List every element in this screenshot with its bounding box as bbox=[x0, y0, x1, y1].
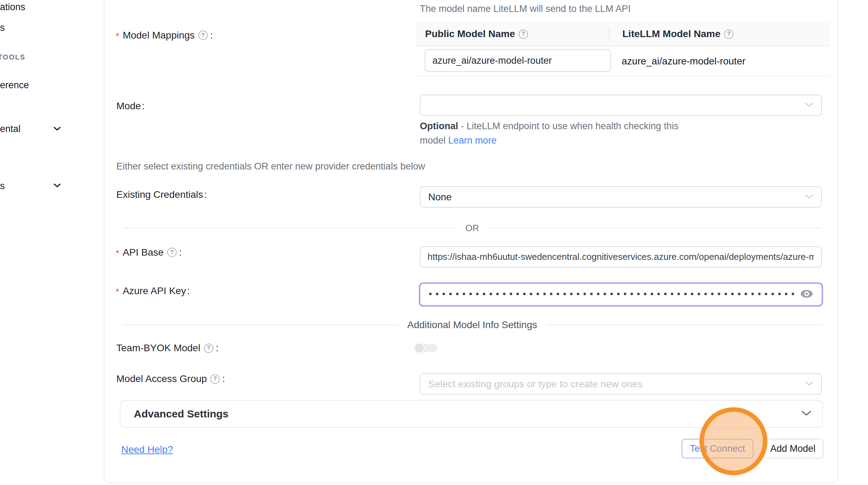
or-divider-label: OR bbox=[465, 223, 479, 234]
column-divider bbox=[609, 27, 610, 41]
credentials-instruction-text: Either select existing credentials OR en… bbox=[116, 161, 425, 172]
mode-label: Mode : bbox=[116, 101, 145, 112]
azure-api-key-label: * Azure API Key : bbox=[116, 284, 190, 297]
azure-api-key-input[interactable] bbox=[420, 284, 797, 305]
add-model-button[interactable]: Add Model bbox=[762, 439, 823, 458]
eye-icon[interactable] bbox=[800, 289, 813, 300]
public-model-name-input-wrap bbox=[425, 49, 611, 72]
need-help-link[interactable]: Need Help? bbox=[121, 444, 173, 455]
azure-api-key-input-wrap bbox=[419, 283, 823, 306]
sidebar-section-tools: TOOLS bbox=[0, 53, 26, 61]
help-circle-icon[interactable]: ? bbox=[204, 344, 213, 353]
test-connect-button[interactable]: Test Connect bbox=[682, 439, 753, 458]
api-base-input-wrap bbox=[420, 246, 822, 268]
model-access-group-label: Model Access Group ? : bbox=[116, 373, 225, 384]
advanced-settings-panel[interactable]: Advanced Settings bbox=[120, 400, 823, 428]
additional-model-info-label: Additional Model Info Settings bbox=[407, 319, 537, 331]
sidebar-item-clipped-4[interactable]: ental bbox=[0, 124, 21, 134]
model-name-helper-text: The model name LiteLLM will send to the … bbox=[420, 4, 631, 14]
required-asterisk: * bbox=[116, 286, 119, 297]
help-circle-icon[interactable]: ? bbox=[519, 29, 528, 39]
mode-select[interactable] bbox=[420, 95, 822, 116]
help-circle-icon[interactable]: ? bbox=[198, 30, 208, 40]
existing-credentials-select[interactable]: None bbox=[420, 186, 822, 208]
advanced-settings-label: Advanced Settings bbox=[134, 408, 801, 420]
column-header-litellm-model-name: LiteLLM Model Name ? bbox=[609, 28, 829, 40]
chevron-down-icon bbox=[801, 410, 812, 418]
chevron-down-icon bbox=[805, 102, 813, 109]
team-byok-toggle[interactable] bbox=[414, 342, 438, 354]
table-row: azure_ai/azure-model-router bbox=[415, 46, 829, 77]
model-access-group-placeholder: Select existing groups or type to create… bbox=[428, 379, 643, 390]
learn-more-link[interactable]: Learn more bbox=[448, 135, 497, 146]
sidebar-item-clipped-5[interactable]: s bbox=[0, 181, 5, 192]
or-divider: OR bbox=[123, 223, 822, 233]
chevron-down-icon bbox=[805, 194, 813, 200]
chevron-down-icon[interactable] bbox=[54, 126, 61, 132]
model-access-group-select[interactable]: Select existing groups or type to create… bbox=[420, 373, 822, 395]
additional-model-info-divider: Additional Model Info Settings bbox=[123, 319, 822, 331]
api-base-label: * API Base ? : bbox=[116, 246, 182, 259]
sidebar-item-clipped-1[interactable]: ations bbox=[0, 2, 25, 13]
required-asterisk: * bbox=[116, 248, 119, 259]
litellm-model-name-value: azure_ai/azure-model-router bbox=[622, 56, 745, 67]
table-header-row: Public Model Name ? LiteLLM Model Name ? bbox=[415, 22, 829, 46]
existing-credentials-value: None bbox=[428, 192, 452, 203]
help-circle-icon[interactable]: ? bbox=[724, 29, 733, 39]
public-model-name-input[interactable] bbox=[425, 49, 611, 72]
mode-optional-note: Optional - LiteLLM endpoint to use when … bbox=[420, 119, 705, 148]
help-circle-icon[interactable]: ? bbox=[210, 374, 220, 384]
sidebar-item-clipped-2[interactable]: s bbox=[0, 22, 5, 33]
existing-credentials-label: Existing Credentials : bbox=[116, 189, 207, 200]
api-base-input[interactable] bbox=[420, 246, 822, 268]
help-circle-icon[interactable]: ? bbox=[167, 248, 177, 257]
toggle-knob bbox=[414, 342, 425, 354]
column-header-public-model-name: Public Model Name ? bbox=[415, 28, 609, 40]
model-mappings-table: Public Model Name ? LiteLLM Model Name ?… bbox=[415, 22, 829, 77]
model-mappings-label: * Model Mappings ? : bbox=[116, 29, 213, 42]
chevron-down-icon[interactable] bbox=[54, 183, 61, 189]
team-byok-label: Team-BYOK Model ? : bbox=[116, 342, 218, 354]
required-asterisk: * bbox=[116, 31, 119, 42]
sidebar-item-clipped-3[interactable]: erence bbox=[0, 80, 29, 91]
chevron-down-icon bbox=[805, 381, 813, 387]
